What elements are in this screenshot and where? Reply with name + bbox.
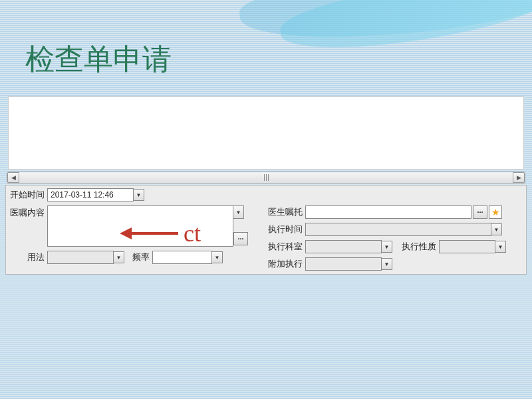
exec-dept-select[interactable] (305, 240, 382, 253)
usage-label: 用法 (27, 251, 45, 263)
favorite-button[interactable]: ★ (489, 205, 502, 219)
exec-dept-dropdown[interactable]: ▼ (382, 241, 392, 253)
addon-exec-select[interactable] (305, 257, 382, 271)
exec-time-label: 执行时间 (268, 223, 303, 235)
doctor-note-input[interactable] (305, 205, 471, 219)
usage-dropdown[interactable]: ▼ (114, 251, 124, 263)
exec-time-dropdown[interactable]: ▼ (491, 223, 502, 235)
usage-select[interactable] (47, 251, 114, 264)
start-time-input[interactable]: 2017-03-11 12:46 (47, 188, 134, 201)
horizontal-scrollbar[interactable]: ◀ ▶ (7, 172, 525, 184)
start-time-dropdown[interactable]: ▼ (134, 189, 144, 201)
exec-nature-select[interactable] (439, 240, 495, 253)
content-area (8, 96, 524, 170)
freq-select[interactable] (152, 251, 212, 264)
order-content-label: 医嘱内容 (10, 207, 45, 219)
exec-dept-label: 执行科室 (268, 241, 303, 253)
freq-label: 频率 (132, 251, 150, 263)
doctor-note-more-button[interactable]: ··· (473, 205, 487, 219)
decor-swoosh (277, 0, 532, 59)
exec-nature-dropdown[interactable]: ▼ (495, 241, 506, 253)
arrow-head-icon (120, 227, 132, 239)
start-time-label: 开始时间 (10, 189, 45, 201)
addon-exec-label: 附加执行 (268, 258, 303, 270)
doctor-note-label: 医生嘱托 (268, 206, 303, 218)
exec-nature-label: 执行性质 (402, 241, 436, 253)
freq-dropdown[interactable]: ▼ (212, 251, 223, 263)
annotation-text: ct (184, 219, 201, 247)
annotation-arrow: ct (120, 219, 201, 247)
scroll-grip[interactable] (256, 174, 276, 182)
page-title: 检查单申请 (25, 40, 172, 79)
addon-exec-dropdown[interactable]: ▼ (382, 258, 392, 270)
arrow-line (132, 232, 178, 235)
order-content-dropdown[interactable]: ▼ (233, 205, 244, 219)
form-panel: 开始时间 2017-03-11 12:46 ▼ 医嘱内容 ▼ ··· 用法 ▼ … (5, 185, 527, 275)
scroll-right-button[interactable]: ▶ (513, 172, 525, 183)
order-content-more-button[interactable]: ··· (233, 232, 248, 245)
exec-time-select[interactable] (305, 223, 491, 236)
scroll-left-button[interactable]: ◀ (7, 172, 19, 183)
